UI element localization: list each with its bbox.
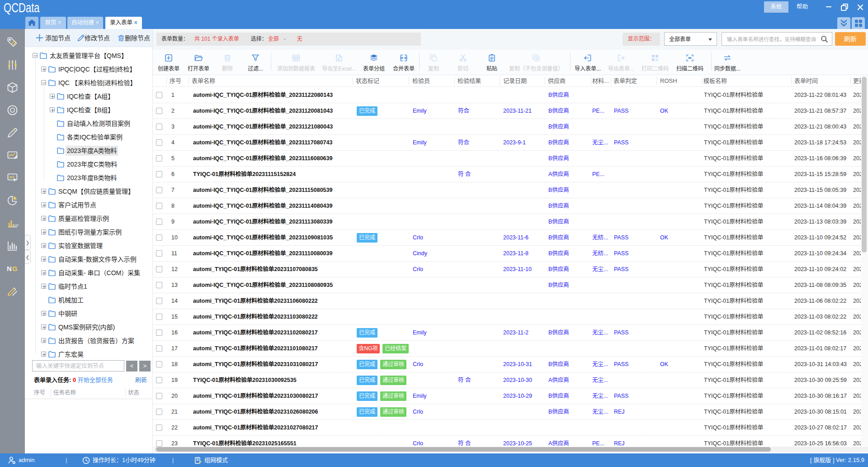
svg-text:N: N <box>7 265 12 272</box>
svg-text:G: G <box>12 265 18 272</box>
svg-text:CPK: CPK <box>14 224 19 227</box>
